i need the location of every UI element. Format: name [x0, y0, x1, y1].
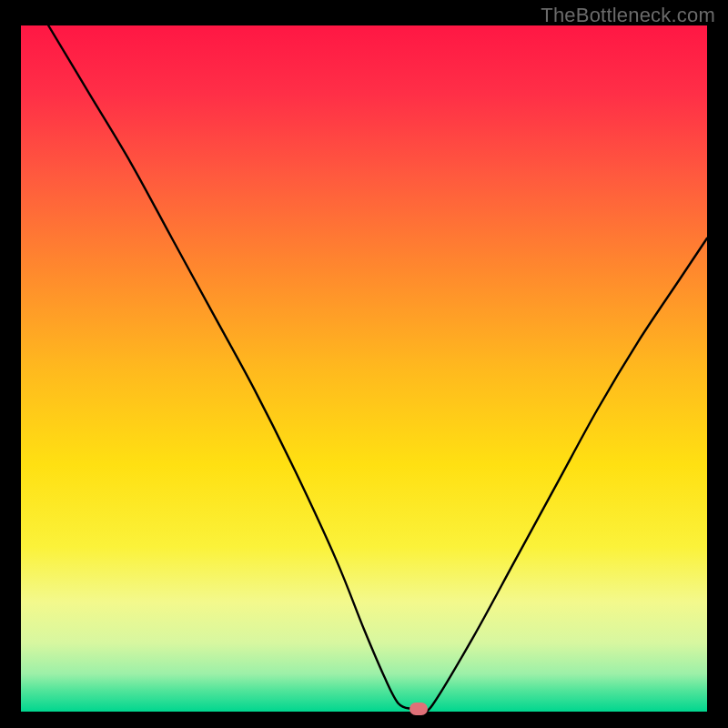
optimal-marker: [410, 703, 428, 715]
chart-container: TheBottleneck.com: [0, 0, 728, 728]
plot-frame: [21, 25, 707, 712]
bottleneck-plot: [21, 25, 707, 712]
watermark-text: TheBottleneck.com: [541, 4, 715, 27]
gradient-background: [21, 25, 707, 712]
